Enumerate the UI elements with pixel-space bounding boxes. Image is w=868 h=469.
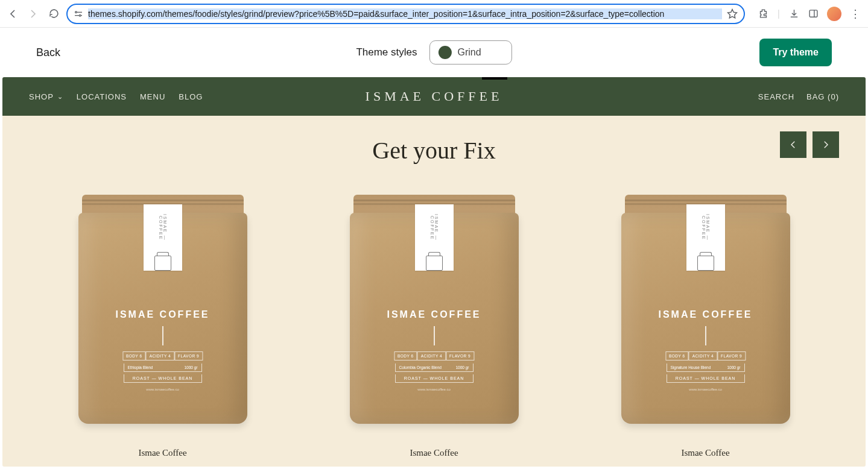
style-selector[interactable]: Grind [429,40,512,65]
nav-menu[interactable]: MENU [140,92,165,101]
bag-label-icon: ISMAE — COFFEE [144,204,182,271]
bag-blend-row: Ethiopia Blend1000 gr [124,364,202,372]
browser-right-icons: | ⋮ [752,7,861,21]
product-name: Ethiopia Blend [57,464,268,467]
nav-indicator [482,77,507,80]
bookmark-star-icon[interactable] [727,8,738,19]
carousel-next-button[interactable] [813,131,839,158]
svg-point-0 [75,11,77,13]
french-press-icon [426,256,443,271]
bag-label-icon: ISMAE — COFFEE [686,204,725,271]
forward-icon [28,8,39,19]
theme-header: Back Theme styles Grind Try theme [0,28,868,77]
try-theme-button[interactable]: Try theme [759,39,832,66]
site-preview: SHOP⌄ LOCATIONS MENU BLOG ISMAE COFFEE S… [2,77,866,467]
nav-right: SEARCH BAG (0) [758,92,839,101]
theme-styles-label: Theme styles [356,46,417,58]
nav-locations[interactable]: LOCATIONS [77,92,127,101]
reload-icon[interactable] [48,8,59,19]
chevron-down-icon: ⌄ [57,93,63,101]
nav-shop-label: SHOP [29,92,54,101]
nav-bag[interactable]: BAG (0) [806,92,839,101]
bag-stats: BODY 6 ACIDITY 4 FLAVOR 9 [394,351,474,360]
product-image: ISMAE — COFFEE ISMAE COFFEE BODY 6 ACIDI… [78,195,247,424]
product-card[interactable]: ISMAE — COFFEE ISMAE COFFEE BODY 6 ACIDI… [57,195,268,467]
toolbar-divider: | [778,8,780,19]
style-name: Grind [457,47,481,58]
browser-nav-buttons [7,8,59,19]
bag-label-text: ISMAE — COFFEE [702,204,710,251]
bag-roast-row: ROAST — WHOLE BEAN [124,374,202,383]
bag-label-icon: ISMAE — COFFEE [415,204,454,271]
nav-shop[interactable]: SHOP⌄ [29,92,63,101]
profile-avatar[interactable] [827,7,841,21]
browser-toolbar: themes.shopify.com/themes/foodie/styles/… [0,0,868,28]
product-brand: Ismae Coffee [600,448,811,458]
bag-brand-print: ISMAE COFFEE [78,309,247,320]
site-logo[interactable]: ISMAE COFFEE [366,89,503,104]
product-brand: Ismae Coffee [329,448,540,458]
product-grid: ISMAE — COFFEE ISMAE COFFEE BODY 6 ACIDI… [2,195,866,467]
address-bar[interactable]: themes.shopify.com/themes/foodie/styles/… [66,4,745,24]
chrome-menu-icon[interactable]: ⋮ [850,7,861,20]
product-image: ISMAE — COFFEE ISMAE COFFEE BODY 6 ACIDI… [621,195,790,424]
bag-roast-row: ROAST — WHOLE BEAN [667,374,745,383]
site-settings-icon[interactable] [74,9,83,19]
extensions-icon[interactable] [758,8,769,19]
bag-roast-row: ROAST — WHOLE BEAN [395,374,474,383]
bag-brand-print: ISMAE COFFEE [350,309,519,320]
product-name: Signature House Blend [600,464,811,467]
bag-url-print: www.ismaecoffee.co [78,388,247,391]
download-icon[interactable] [788,8,799,19]
section-title: Get your Fix [2,136,866,165]
carousel-arrows [780,131,839,158]
bag-url-print: www.ismaecoffee.co [621,388,790,391]
svg-rect-6 [809,10,817,17]
bag-label-text: ISMAE — COFFEE [159,204,167,251]
svg-point-3 [79,14,81,16]
theme-style-selector-group: Theme styles Grind [356,40,512,65]
bag-stats: BODY 6 ACIDITY 4 FLAVOR 9 [122,351,203,360]
product-image: ISMAE — COFFEE ISMAE COFFEE BODY 6 ACIDI… [350,195,519,424]
product-brand: Ismae Coffee [57,448,268,458]
nav-left: SHOP⌄ LOCATIONS MENU BLOG [29,92,203,101]
nav-search[interactable]: SEARCH [758,92,794,101]
bag-stats: BODY 6 ACIDITY 4 FLAVOR 9 [665,351,746,360]
bag-url-print: www.ismaecoffee.co [350,388,519,391]
style-swatch-icon [438,46,451,59]
sidepanel-icon[interactable] [808,8,819,19]
product-card[interactable]: ISMAE — COFFEE ISMAE COFFEE BODY 6 ACIDI… [600,195,811,467]
french-press-icon [154,256,171,271]
bag-blend-row: Signature House Blend1000 gr [667,364,745,372]
carousel-prev-button[interactable] [780,131,806,158]
bag-blend-row: Colombia Organic Blend1000 gr [395,364,474,372]
bag-brand-print: ISMAE COFFEE [621,309,790,320]
nav-blog[interactable]: BLOG [179,92,203,101]
bag-label-text: ISMAE — COFFEE [430,204,439,251]
product-card[interactable]: ISMAE — COFFEE ISMAE COFFEE BODY 6 ACIDI… [329,195,540,467]
site-nav: SHOP⌄ LOCATIONS MENU BLOG ISMAE COFFEE S… [2,77,866,116]
french-press-icon [697,256,714,271]
back-icon[interactable] [7,8,18,19]
url-text[interactable]: themes.shopify.com/themes/foodie/styles/… [88,8,722,19]
product-name: Colombia Organic Blend [329,464,540,467]
back-link[interactable]: Back [36,46,60,59]
